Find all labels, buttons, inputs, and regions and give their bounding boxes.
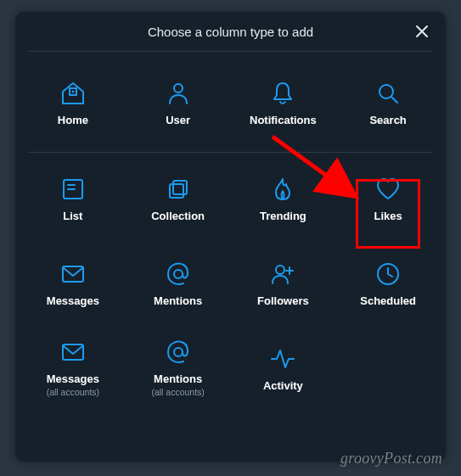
close-icon	[415, 25, 429, 38]
flame-icon	[268, 175, 297, 204]
column-option-label: Messages (all accounts)	[47, 373, 99, 399]
svg-rect-6	[170, 184, 183, 198]
svg-rect-11	[63, 344, 83, 360]
column-option-label: Home	[58, 115, 88, 127]
modal-title: Choose a column type to add	[148, 25, 313, 39]
heart-icon	[374, 175, 402, 204]
column-option-followers[interactable]: Followers	[231, 241, 336, 326]
column-option-label: Activity	[263, 380, 303, 393]
column-option-scheduled[interactable]: Scheduled	[335, 241, 441, 326]
column-option-label: Messages	[47, 295, 99, 308]
column-option-messages-all[interactable]: Messages (all accounts)	[20, 326, 126, 411]
svg-rect-5	[173, 181, 187, 194]
bell-icon	[268, 79, 297, 108]
column-option-sublabel: (all accounts)	[151, 387, 204, 397]
column-option-search[interactable]: Search	[335, 57, 441, 148]
column-option-sublabel: (all accounts)	[47, 387, 99, 397]
column-option-messages[interactable]: Messages	[20, 241, 126, 326]
grid-divider	[29, 152, 432, 153]
empty-cell	[335, 326, 441, 411]
svg-point-1	[71, 90, 74, 92]
column-option-user[interactable]: User	[126, 57, 231, 148]
svg-point-9	[276, 266, 284, 274]
column-option-label: Followers	[257, 295, 309, 308]
list-icon	[59, 175, 87, 204]
svg-rect-7	[63, 266, 83, 282]
at-icon	[164, 260, 193, 288]
envelope-icon	[59, 260, 87, 288]
column-option-home[interactable]: Home	[20, 57, 126, 148]
column-option-label: User	[166, 115, 190, 127]
user-icon	[164, 79, 193, 108]
svg-point-2	[174, 84, 183, 92]
clock-icon	[374, 260, 402, 288]
collection-icon	[164, 175, 193, 204]
column-option-activity[interactable]: Activity	[231, 326, 336, 411]
activity-icon	[268, 344, 297, 373]
envelope-icon	[59, 338, 87, 367]
column-option-label: Trending	[260, 210, 306, 223]
column-option-list[interactable]: List	[20, 156, 126, 241]
column-option-label: Mentions	[154, 295, 202, 308]
column-option-label: List	[63, 210, 82, 223]
column-option-notifications[interactable]: Notifications	[231, 57, 336, 148]
column-type-grid: Home User Notifications Search	[15, 52, 446, 411]
column-option-label: Collection	[151, 210, 205, 223]
column-option-label: Likes	[374, 210, 402, 223]
modal-header: Choose a column type to add	[29, 12, 432, 52]
column-option-label: Scheduled	[360, 295, 416, 308]
column-option-label: Search	[369, 115, 406, 127]
home-icon	[59, 79, 87, 108]
column-option-likes[interactable]: Likes	[335, 156, 441, 241]
column-option-label: Mentions (all accounts)	[151, 373, 204, 399]
column-option-trending[interactable]: Trending	[231, 156, 336, 241]
followers-icon	[268, 260, 297, 288]
svg-point-12	[174, 348, 183, 356]
column-option-label: Notifications	[250, 115, 317, 127]
column-option-mentions-all[interactable]: Mentions (all accounts)	[126, 326, 231, 411]
close-button[interactable]	[412, 21, 432, 42]
search-icon	[374, 79, 402, 108]
column-option-mentions[interactable]: Mentions	[126, 241, 231, 326]
svg-point-8	[174, 270, 183, 278]
column-option-collection[interactable]: Collection	[126, 156, 231, 241]
add-column-modal: Choose a column type to add Home User No…	[15, 12, 446, 462]
at-icon	[164, 338, 193, 367]
